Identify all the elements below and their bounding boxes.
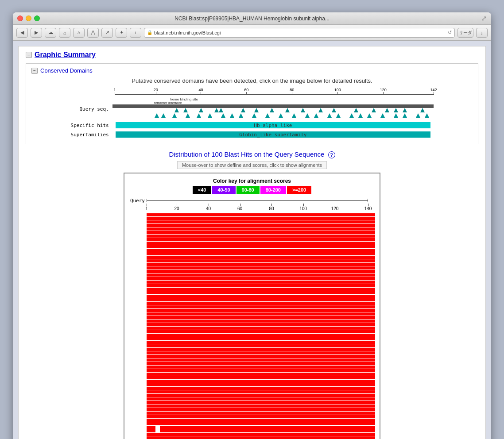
blast-hit-line[interactable] xyxy=(147,270,375,273)
reader-button[interactable]: リーダ xyxy=(457,28,473,38)
fullscreen-button[interactable] xyxy=(34,15,40,21)
blast-hit-line[interactable] xyxy=(147,341,375,344)
share-button[interactable]: ↗ xyxy=(101,28,113,38)
blast-hit-line[interactable] xyxy=(147,291,375,294)
blast-label-80: 80 xyxy=(269,206,274,211)
blast-hit-line[interactable] xyxy=(147,383,375,386)
blast-hit-line[interactable] xyxy=(147,238,375,241)
blast-hit-line[interactable] xyxy=(147,429,375,432)
back-button[interactable]: ◀ xyxy=(16,28,28,38)
blast-hit-line[interactable] xyxy=(147,390,375,393)
blast-label-140: 140 xyxy=(364,206,372,211)
blast-hit-line[interactable] xyxy=(147,373,375,376)
blast-hit-line[interactable] xyxy=(147,309,375,312)
blast-hit-line[interactable] xyxy=(147,358,375,362)
blast-hit-line[interactable] xyxy=(147,224,375,227)
blast-hits-container xyxy=(129,213,375,439)
blast-hit-line[interactable] xyxy=(147,401,375,404)
blast-hit-line[interactable] xyxy=(147,433,375,436)
blast-hit-line[interactable] xyxy=(147,281,375,284)
blast-hit-line[interactable] xyxy=(147,387,375,390)
blast-hit-line[interactable] xyxy=(147,355,375,358)
blast-hit-line[interactable] xyxy=(147,263,375,266)
icloud-button[interactable]: ☁ xyxy=(45,28,56,38)
blast-hit-line[interactable] xyxy=(147,419,375,422)
reload-button[interactable]: ↺ xyxy=(448,30,452,35)
blast-hit-line[interactable] xyxy=(147,394,375,397)
blast-hit-line[interactable] xyxy=(147,415,375,418)
collapse-graphic-summary[interactable]: − xyxy=(26,52,32,58)
blast-hit-line[interactable] xyxy=(147,376,375,379)
minimize-button[interactable] xyxy=(26,15,31,21)
blast-hit-line[interactable] xyxy=(147,235,375,238)
blast-hit-line[interactable] xyxy=(147,422,375,425)
blast-hit-line[interactable] xyxy=(147,259,375,262)
blast-hit-line[interactable] xyxy=(147,231,375,234)
blast-hit-line[interactable] xyxy=(147,316,375,319)
close-button[interactable] xyxy=(17,15,23,21)
blast-hit-line[interactable] xyxy=(147,256,375,259)
blast-hit-line[interactable] xyxy=(147,404,375,408)
domain-visualization[interactable]: 1 20 40 60 80 100 12 xyxy=(70,88,434,139)
svg-marker-23 xyxy=(186,113,190,118)
blast-hit-line[interactable] xyxy=(147,277,375,280)
blast-hit-line[interactable] xyxy=(147,334,375,337)
blast-hit-line[interactable] xyxy=(147,426,375,429)
blast-hit-line[interactable] xyxy=(147,348,375,351)
home-button[interactable]: ⌂ xyxy=(59,28,70,38)
forward-button[interactable]: ▶ xyxy=(31,28,42,38)
blast-hit-line[interactable] xyxy=(147,323,375,326)
ruler-label-1: 1 xyxy=(113,88,116,92)
blast-hit-line[interactable] xyxy=(147,220,375,223)
bookmark-button[interactable]: ✦ xyxy=(116,28,127,38)
blast-hit-line[interactable] xyxy=(147,320,375,323)
blast-hit-line[interactable] xyxy=(147,227,375,231)
blast-hit-line[interactable] xyxy=(147,351,375,354)
distribution-title[interactable]: Distribution of 100 Blast Hits on the Qu… xyxy=(26,150,478,158)
blast-hit-line[interactable] xyxy=(147,305,375,308)
blast-hit-line[interactable] xyxy=(147,245,375,248)
blast-hit-line[interactable] xyxy=(147,397,375,400)
blast-hit-line[interactable] xyxy=(147,298,375,301)
url-text: blast.ncbi.nlm.nih.gov/Blast.cgi xyxy=(154,30,446,35)
blast-hit-line[interactable] xyxy=(147,366,375,369)
help-icon[interactable]: ? xyxy=(328,151,335,158)
font-small-button[interactable]: A xyxy=(73,28,85,38)
blast-hit-line[interactable] xyxy=(147,217,375,220)
blast-hit-line[interactable] xyxy=(147,249,375,252)
blast-hit-line[interactable] xyxy=(147,327,375,330)
svg-marker-42 xyxy=(403,113,407,118)
blast-hit-line[interactable] xyxy=(147,369,375,372)
hb-alpha-bar[interactable]: Hb-alpha_like xyxy=(116,122,430,128)
blast-hit-line[interactable] xyxy=(147,408,375,411)
blast-hit-line[interactable] xyxy=(147,302,375,305)
resize-icon[interactable]: ⤢ xyxy=(481,14,487,23)
globin-bar[interactable]: Globin_like superfamily xyxy=(116,131,430,138)
blast-hit-line[interactable] xyxy=(147,344,375,347)
font-large-button[interactable]: A xyxy=(87,28,99,38)
blast-hit-line[interactable] xyxy=(147,288,375,291)
add-tab-button[interactable]: + xyxy=(130,28,141,38)
address-bar[interactable]: 🔒 blast.ncbi.nlm.nih.gov/Blast.cgi ↺ xyxy=(144,28,455,38)
blast-hit-line[interactable] xyxy=(147,330,375,333)
blast-hit-line[interactable] xyxy=(147,273,375,277)
blast-hit-line[interactable] xyxy=(147,284,375,287)
blast-hit-line[interactable] xyxy=(147,295,375,298)
blast-hit-line[interactable] xyxy=(147,362,375,365)
blast-hit-line[interactable] xyxy=(147,312,375,316)
conserved-domains-link[interactable]: Conserved Domains xyxy=(40,67,93,74)
blast-hit-line[interactable] xyxy=(147,213,375,216)
blast-hit-line[interactable] xyxy=(147,266,375,270)
blast-hit-line[interactable] xyxy=(147,380,375,383)
ruler-label-40: 40 xyxy=(198,88,203,92)
collapse-conserved[interactable]: − xyxy=(31,68,38,74)
graphic-summary-title[interactable]: Graphic Summary xyxy=(35,51,96,59)
blast-query-line xyxy=(147,200,368,201)
blast-hit-line[interactable] xyxy=(147,412,375,415)
blast-hit-line[interactable] xyxy=(147,252,375,255)
blast-hit-line[interactable] xyxy=(147,436,375,439)
graphic-summary-header: − Graphic Summary xyxy=(26,51,478,59)
blast-hit-line[interactable] xyxy=(147,337,375,340)
blast-hit-line[interactable] xyxy=(147,242,375,245)
download-button[interactable]: ↓ xyxy=(476,28,488,38)
